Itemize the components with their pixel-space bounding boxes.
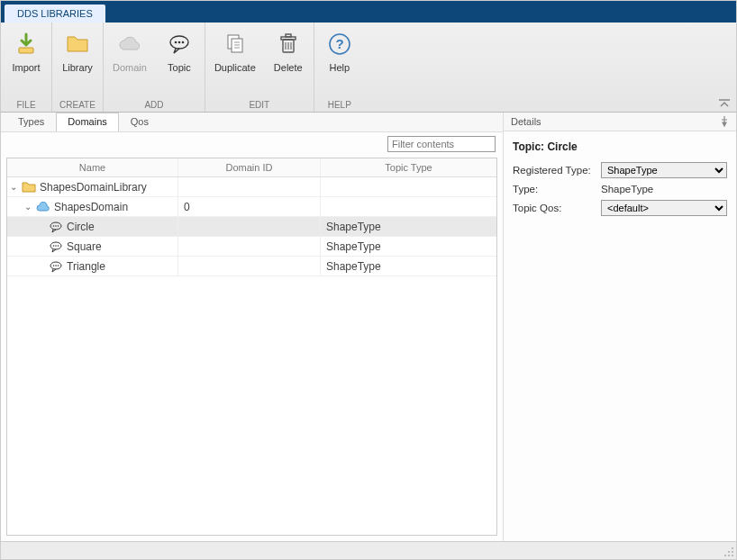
svg-point-2 — [175, 41, 177, 44]
svg-rect-15 — [286, 34, 291, 37]
tree-row-domain[interactable]: ⌄ ShapesDomain 0 — [7, 197, 496, 217]
folder-icon — [63, 30, 92, 59]
topic-small-icon — [49, 260, 63, 273]
svg-point-31 — [732, 547, 733, 549]
type-value: ShapeType — [601, 184, 653, 194]
svg-point-25 — [55, 245, 57, 247]
tab-types[interactable]: Types — [6, 113, 56, 131]
col-name[interactable]: Name — [7, 158, 178, 176]
resize-grip-icon[interactable] — [723, 546, 734, 557]
svg-point-20 — [53, 225, 55, 227]
domain-tree[interactable]: Name Domain ID Topic Type ⌄ ShapesDomain… — [6, 158, 497, 536]
svg-point-29 — [55, 265, 57, 266]
ribbon-group-edit-label: EDIT — [211, 98, 308, 112]
ribbon-group-create: Library CREATE — [52, 23, 104, 112]
duplicate-label: Duplicate — [214, 62, 256, 73]
topic-label: Topic — [168, 62, 191, 73]
topic-type-cell: ShapeType — [321, 217, 496, 236]
cloud-small-icon — [36, 201, 50, 213]
duplicate-button[interactable]: Duplicate — [211, 26, 259, 77]
ribbon-group-help: ? Help HELP — [314, 23, 365, 112]
app-window: DDS LIBRARIES Import FILE — [0, 0, 737, 560]
details-header-label: Details — [511, 116, 541, 127]
topic-qos-select[interactable]: <default> — [601, 200, 727, 216]
ribbon-group-file: Import FILE — [1, 23, 52, 112]
filter-input[interactable] — [387, 136, 496, 152]
left-panel: Types Domains Qos Name Domain ID Topic T… — [1, 113, 504, 541]
ribbon-group-add: Domain Topic ADD — [104, 23, 205, 112]
ribbon-group-add-label: ADD — [109, 98, 199, 112]
svg-point-4 — [182, 41, 185, 44]
ribbon-group-file-label: FILE — [6, 98, 46, 112]
svg-point-30 — [58, 265, 59, 266]
ribbon: Import FILE Library CREATE — [1, 23, 736, 113]
topic-small-icon — [49, 240, 63, 253]
topic-qos-label: Topic Qos: — [513, 203, 594, 213]
ribbon-collapse-button[interactable] — [718, 99, 731, 108]
topic-name: Triangle — [67, 260, 105, 273]
svg-point-35 — [728, 555, 730, 556]
topic-icon — [165, 30, 194, 59]
library-button[interactable]: Library — [58, 26, 97, 77]
pin-icon[interactable] — [720, 116, 729, 127]
svg-point-34 — [724, 555, 726, 556]
domain-id-cell: 0 — [178, 197, 321, 216]
domain-button: Domain — [109, 26, 150, 77]
tab-domains[interactable]: Domains — [56, 113, 118, 131]
tree-row-topic[interactable]: Square ShapeType — [7, 237, 496, 257]
folder-small-icon — [22, 181, 36, 194]
library-name: ShapesDomainLibrary — [40, 181, 147, 194]
field-type: Type: ShapeType — [513, 184, 727, 194]
type-label: Type: — [513, 184, 594, 194]
field-topic-qos: Topic Qos: <default> — [513, 200, 727, 216]
topic-button[interactable]: Topic — [159, 26, 199, 77]
title-tabstrip: DDS LIBRARIES — [1, 1, 736, 23]
cloud-icon — [115, 30, 144, 59]
filter-row — [6, 132, 497, 158]
col-topictype[interactable]: Topic Type — [321, 158, 496, 176]
delete-label: Delete — [274, 62, 303, 73]
help-icon: ? — [325, 30, 354, 59]
domain-label: Domain — [113, 62, 147, 73]
title-tab-dds-libraries[interactable]: DDS LIBRARIES — [5, 5, 105, 23]
tree-row-topic[interactable]: Triangle ShapeType — [7, 257, 496, 276]
expand-toggle[interactable]: ⌄ — [9, 182, 18, 192]
col-domainid[interactable]: Domain ID — [178, 158, 321, 176]
registered-type-label: Registered Type: — [513, 165, 594, 176]
svg-text:?: ? — [335, 36, 343, 51]
svg-point-3 — [178, 41, 181, 44]
svg-point-24 — [53, 245, 55, 247]
subtabs: Types Domains Qos — [1, 113, 503, 132]
domain-name: ShapesDomain — [54, 201, 128, 213]
svg-point-28 — [53, 265, 55, 266]
svg-point-26 — [58, 245, 59, 247]
topic-name: Circle — [67, 221, 95, 233]
help-button[interactable]: ? Help — [320, 26, 359, 77]
svg-rect-0 — [19, 48, 33, 53]
ribbon-group-edit: Duplicate Delete EDIT — [205, 23, 314, 112]
details-title: Topic: Circle — [513, 140, 727, 153]
registered-type-select[interactable]: ShapeType — [601, 162, 727, 178]
expand-toggle[interactable]: ⌄ — [23, 202, 32, 212]
svg-point-22 — [58, 225, 59, 227]
svg-point-21 — [55, 225, 57, 227]
import-button[interactable]: Import — [6, 26, 46, 77]
duplicate-icon — [221, 30, 250, 59]
help-label: Help — [329, 62, 350, 73]
body: Types Domains Qos Name Domain ID Topic T… — [1, 113, 736, 541]
library-label: Library — [62, 62, 93, 73]
import-label: Import — [12, 62, 40, 73]
tree-row-library[interactable]: ⌄ ShapesDomainLibrary — [7, 177, 496, 197]
import-icon — [12, 30, 41, 59]
details-body: Topic: Circle Registered Type: ShapeType… — [504, 131, 736, 230]
tab-qos[interactable]: Qos — [119, 113, 160, 131]
delete-button[interactable]: Delete — [268, 26, 308, 77]
topic-name: Square — [67, 240, 102, 253]
details-header: Details — [504, 113, 736, 131]
ribbon-group-help-label: HELP — [320, 98, 359, 112]
topic-small-icon — [49, 221, 63, 233]
topic-type-cell: ShapeType — [321, 257, 496, 275]
tree-row-topic[interactable]: Circle ShapeType — [7, 217, 496, 237]
details-panel: Details Topic: Circle Registered Type: S… — [504, 113, 736, 541]
svg-point-33 — [732, 551, 733, 553]
